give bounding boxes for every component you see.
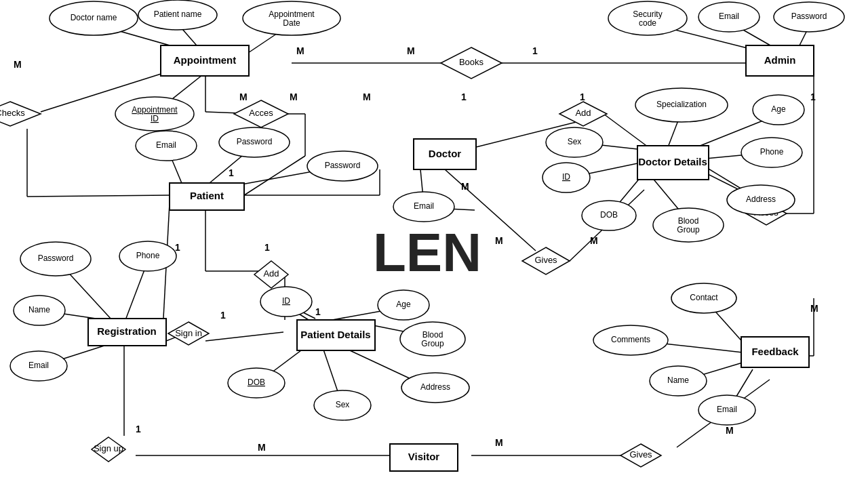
- admin-entity: Admin: [764, 54, 796, 66]
- watermark: LEN: [373, 222, 481, 283]
- card-m-books: M: [407, 45, 415, 56]
- svg-line-22: [27, 195, 170, 197]
- patient-sex-attr: Sex: [336, 400, 350, 409]
- patient-entity: Patient: [190, 190, 224, 201]
- card-1-signin: 1: [220, 310, 226, 321]
- admin-email-attr: Email: [719, 12, 739, 21]
- card-m-gives: M: [495, 235, 503, 246]
- appointment-id-attr2: ID: [151, 114, 159, 123]
- doctor-address-attr: Address: [746, 195, 776, 204]
- reg-password-attr: Password: [38, 253, 74, 263]
- gives-bottom-relation: Gives: [629, 449, 652, 460]
- patient-details-entity: Patient Details: [300, 329, 370, 340]
- registration-entity: Registration: [97, 325, 157, 337]
- doctor-blood-group-attr: Blood: [678, 216, 699, 226]
- doctor-blood-group-attr2: Group: [677, 225, 700, 235]
- card-1-books: 1: [532, 45, 538, 56]
- card-1-patient2: 1: [175, 242, 180, 253]
- patient-password-attr: Password: [237, 137, 273, 146]
- card-m-visitor2: M: [495, 437, 503, 448]
- gives-upper-relation: Gives: [534, 255, 557, 265]
- card-m2: M: [296, 45, 304, 56]
- doctor-password-attr: Password: [325, 161, 361, 170]
- feedback-entity: Feedback: [751, 346, 799, 357]
- sign-up-relation: Sign up: [94, 443, 123, 453]
- books-relation: Books: [459, 57, 484, 67]
- card-m-gives2: M: [590, 235, 598, 246]
- patient-age-attr: Age: [396, 300, 411, 309]
- card-1-add2: 1: [580, 92, 585, 102]
- feedback-name-attr: Name: [667, 375, 689, 385]
- card-1-pd: 1: [315, 306, 321, 317]
- feedback-contact-attr: Contact: [690, 293, 718, 302]
- doctor-details-entity: Doctor Details: [638, 156, 707, 167]
- admin-password-attr: Password: [791, 12, 827, 21]
- doctor-sex-attr: Sex: [568, 137, 582, 146]
- feedback-comments-attr: Comments: [611, 335, 650, 344]
- patient-blood-group-attr2: Group: [421, 339, 444, 348]
- doctor-dob-attr: DOB: [600, 210, 618, 220]
- patient-id-attr: ID: [282, 296, 290, 306]
- card-m-email: M: [461, 181, 469, 192]
- acces-left-relation: Acces: [249, 108, 273, 118]
- reg-email-attr: Email: [28, 361, 49, 370]
- security-code-attr: Security: [633, 9, 662, 19]
- card-m1: M: [14, 59, 22, 70]
- patient-blood-group-attr: Blood: [422, 330, 443, 340]
- card-1-signup: 1: [136, 424, 141, 434]
- svg-line-18: [604, 114, 651, 149]
- card-m3: M: [363, 92, 371, 102]
- card-m-acces: M: [239, 92, 248, 102]
- doctor-age-attr: Age: [771, 104, 786, 114]
- visitor-entity: Visitor: [408, 451, 440, 462]
- svg-line-38: [205, 332, 283, 341]
- security-code-attr2: code: [639, 18, 656, 28]
- doctor-entity: Doctor: [429, 148, 461, 159]
- add-doctor-relation: Add: [575, 108, 591, 118]
- specialization-attr: Specialization: [656, 100, 707, 109]
- svg-line-27: [244, 156, 305, 195]
- doctor-phone-attr: Phone: [760, 147, 784, 157]
- add-patient-relation: Add: [263, 268, 279, 279]
- card-m-acces2: M: [290, 92, 298, 102]
- card-m-gives-b: M: [726, 425, 734, 436]
- feedback-email-attr: Email: [717, 405, 737, 414]
- checks-relation: Checks: [0, 108, 25, 118]
- appointment-date-attr2: Date: [283, 18, 300, 28]
- card-1-patient: 1: [229, 167, 234, 178]
- sign-in-relation: Sign in: [175, 328, 202, 338]
- appointment-entity: Appointment: [174, 54, 236, 66]
- doctor-name-attr: Doctor name: [71, 13, 117, 22]
- reg-phone-attr: Phone: [136, 251, 160, 260]
- card-m-visitor: M: [258, 442, 266, 453]
- patient-address-attr: Address: [420, 382, 450, 392]
- card-1-admin: 1: [810, 92, 816, 102]
- appointment-id-attr: Appointment: [132, 105, 178, 115]
- card-1-add: 1: [461, 92, 467, 102]
- appointment-date-attr: Appointment: [269, 9, 315, 19]
- card-m-fb: M: [810, 303, 818, 314]
- patient-email-attr: Email: [156, 140, 176, 150]
- patient-dob-attr: DOB: [248, 378, 265, 387]
- patient-name-attr: Patient name: [154, 9, 202, 19]
- reg-name-attr: Name: [28, 305, 50, 314]
- card-1-add-p: 1: [264, 242, 270, 253]
- doctor-email-attr: Email: [414, 201, 434, 211]
- doctor-id-attr: ID: [562, 172, 570, 182]
